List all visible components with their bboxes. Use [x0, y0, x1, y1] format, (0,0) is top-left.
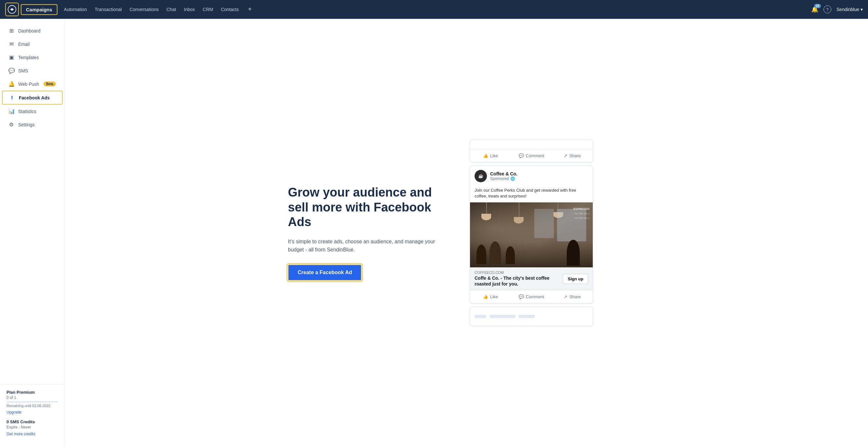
sidebar-item-label: Facebook Ads [19, 95, 50, 100]
topnav-right: 🔔 28 ? Sendinblue ▾ [811, 5, 863, 13]
topnav-links: Automation Transactional Conversations C… [64, 5, 811, 13]
upgrade-link[interactable]: Upgrade [6, 410, 22, 415]
fb-card-ad-title: Coffe & Co. - The city's best coffee roa… [474, 275, 563, 287]
hero-section: Grow your audience and sell more with Fa… [288, 185, 444, 281]
fb-card-image: ESPRESSO FILTER No.1 FILTER No.2 [470, 202, 593, 267]
topnav-inbox[interactable]: Inbox [184, 5, 195, 13]
fb-card-bottom-info: COFFEECO.COM Coffe & Co. - The city's be… [474, 271, 563, 287]
email-icon: ✉ [8, 41, 14, 47]
fb-card-header: ☕ Coffee & Co. Sponsored 🌐 [470, 166, 593, 186]
sidebar-item-label: Web Push [18, 82, 39, 87]
hero-title: Grow your audience and sell more with Fa… [288, 185, 444, 230]
share-label: Share [569, 153, 581, 158]
sidebar-plan: Plan Premium 0 of 1 Remaining until 02-0… [0, 384, 65, 442]
sms-credits-label: 0 SMS Credits [6, 419, 58, 424]
notifications-badge: 28 [814, 4, 821, 8]
plan-bar [6, 401, 58, 403]
sponsored-icon: 🌐 [510, 176, 515, 181]
plan-usage: 0 of 1 [6, 395, 58, 400]
fb-card-top-actions: 👍 Like 💬 Comment ↗ Share [470, 149, 593, 162]
templates-icon: ▣ [8, 54, 14, 60]
fb-card-bottom-partial [470, 307, 593, 326]
topnav-crm[interactable]: CRM [203, 5, 213, 13]
fb-sponsored-label: Sponsored 🌐 [490, 176, 588, 181]
sidebar-item-label: SMS [18, 68, 28, 73]
topnav-conversations[interactable]: Conversations [129, 5, 159, 13]
fb-card-footer: 👍 Like 💬 Comment ↗ Share [470, 290, 593, 303]
sms-credits: 0 SMS Credits Expire : Never Get more cr… [6, 419, 58, 437]
add-menu-icon[interactable]: + [248, 5, 252, 13]
top-like-button[interactable]: 👍 Like [470, 152, 511, 159]
create-facebook-ad-button[interactable]: Create a Facebook Ad [288, 264, 362, 281]
fb-card-top-partial: 👍 Like 💬 Comment ↗ Share [470, 140, 593, 162]
main-layout: ⊞ Dashboard ✉ Email ▣ Templates 💬 SMS 🔔 … [0, 19, 868, 447]
fb-card-info: Coffee & Co. Sponsored 🌐 [490, 171, 588, 181]
get-credits-link[interactable]: Get more credits [6, 432, 35, 436]
sidebar-item-label: Templates [18, 55, 39, 60]
content-inner: Grow your audience and sell more with Fa… [288, 140, 645, 326]
top-share-button[interactable]: ↗ Share [552, 152, 593, 159]
fb-card-bottom: COFFEECO.COM Coffe & Co. - The city's be… [470, 267, 593, 290]
topnav-transactional[interactable]: Transactional [95, 5, 122, 13]
fb-company-name: Coffee & Co. [490, 171, 588, 176]
main-content: Grow your audience and sell more with Fa… [65, 19, 868, 447]
comment-button[interactable]: 💬 Comment [511, 293, 552, 300]
like-button[interactable]: 👍 Like [470, 293, 511, 300]
sidebar-item-email[interactable]: ✉ Email [2, 37, 63, 51]
notifications-bell[interactable]: 🔔 28 [811, 6, 818, 13]
like-label: Like [490, 294, 498, 299]
sidebar-item-templates[interactable]: ▣ Templates [2, 51, 63, 64]
comment-label: Comment [526, 294, 544, 299]
comment-label: Comment [526, 153, 544, 158]
top-comment-button[interactable]: 💬 Comment [511, 152, 552, 159]
sidebar-item-dashboard[interactable]: ⊞ Dashboard [2, 24, 63, 37]
topnav-automation[interactable]: Automation [64, 5, 87, 13]
like-icon: 👍 [483, 153, 488, 158]
fb-signup-button[interactable]: Sign up [563, 274, 588, 284]
dashboard-icon: ⊞ [8, 28, 14, 34]
sidebar-item-statistics[interactable]: 📊 Statistics [2, 105, 63, 118]
hero-subtitle: It's simple to create ads, choose an aud… [288, 237, 444, 254]
campaigns-button[interactable]: Campaigns [21, 4, 58, 15]
sms-icon: 💬 [8, 67, 14, 74]
sms-expiry: Expire : Never [6, 425, 58, 429]
sidebar-item-facebook-ads[interactable]: f Facebook Ads [2, 91, 63, 105]
topnav: Campaigns Automation Transactional Conve… [0, 0, 868, 19]
user-label: Sendinblue [837, 7, 859, 12]
like-icon: 👍 [483, 294, 488, 299]
share-label: Share [569, 294, 581, 299]
fb-card-body: Join our Coffee Perks Club and get rewar… [470, 186, 593, 202]
webpush-icon: 🔔 [8, 81, 14, 87]
user-chevron-icon: ▾ [861, 7, 863, 12]
topnav-chat[interactable]: Chat [166, 5, 176, 13]
partial-bar-3 [519, 315, 535, 318]
like-label: Like [490, 153, 498, 158]
topnav-contacts[interactable]: Contacts [221, 5, 239, 13]
plan-label: Plan Premium [6, 390, 58, 395]
fb-ad-preview: 👍 Like 💬 Comment ↗ Share [470, 140, 593, 326]
statistics-icon: 📊 [8, 108, 14, 114]
avatar: ☕ [474, 170, 487, 182]
share-icon: ↗ [564, 153, 567, 158]
share-button[interactable]: ↗ Share [552, 293, 593, 300]
share-icon: ↗ [564, 294, 567, 299]
sidebar-item-settings[interactable]: ⚙ Settings [2, 118, 63, 131]
sidebar-item-label: Settings [18, 122, 35, 127]
sidebar-item-webpush[interactable]: 🔔 Web Push Beta [2, 77, 63, 91]
logo[interactable] [5, 3, 19, 16]
fb-ad-card: ☕ Coffee & Co. Sponsored 🌐 Join our Coff… [470, 166, 593, 304]
sidebar-item-label: Email [18, 41, 30, 47]
comment-icon: 💬 [519, 153, 524, 158]
comment-icon: 💬 [519, 294, 524, 299]
fb-card-domain: COFFEECO.COM [474, 271, 563, 274]
beta-badge: Beta [43, 82, 56, 86]
sidebar-item-sms[interactable]: 💬 SMS [2, 64, 63, 77]
settings-icon: ⚙ [8, 121, 14, 128]
facebook-icon: f [9, 95, 15, 100]
sidebar-item-label: Statistics [18, 109, 36, 114]
sidebar-item-label: Dashboard [18, 28, 40, 33]
user-menu[interactable]: Sendinblue ▾ [837, 7, 863, 12]
help-icon[interactable]: ? [824, 5, 831, 13]
plan-expiry: Remaining until 02-06-2022 [6, 404, 58, 408]
partial-bar-1 [474, 315, 486, 318]
